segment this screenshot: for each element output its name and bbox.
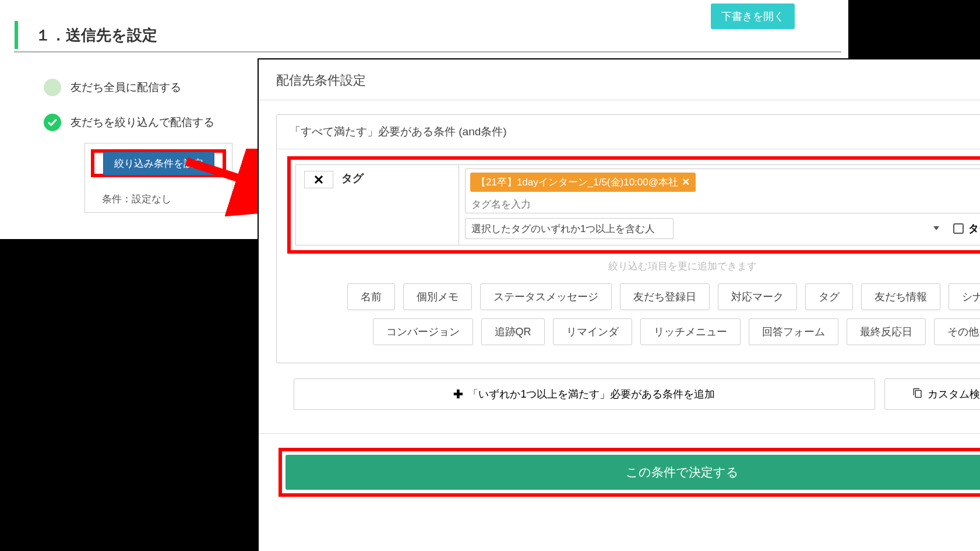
filter-item-9[interactable]: 追跡QR (481, 318, 545, 345)
add-or-label: 「いずれか1つ以上を満たす」必要がある条件を追加 (468, 387, 715, 401)
highlight-box-confirm: この条件で決定する (279, 448, 980, 497)
tag-name-input[interactable] (470, 195, 980, 212)
filter-item-2[interactable]: ステータスメッセージ (480, 283, 612, 310)
radio-checked-icon (44, 114, 61, 131)
filter-item-11[interactable]: リッチメニュー (640, 318, 741, 345)
modal-footer: この条件で決定する (259, 433, 980, 514)
modal-body: 「すべて満たす」必要がある条件 (and条件) タグ (259, 100, 980, 416)
checkbox-icon (953, 223, 964, 234)
copy-from-custom-button[interactable]: カスタム検索からコピー (884, 378, 980, 410)
add-hint-text: 絞り込む項目を更に追加できます (287, 259, 980, 273)
tag-row-right: 【21卒】1dayインターン_1/5(金)10:00@本社 ✕ ▾ 選択したタグ… (459, 165, 980, 245)
filter-item-6[interactable]: 友だち情報 (861, 283, 940, 310)
tag-label: タグ (341, 171, 364, 186)
filter-item-7[interactable]: シナリオ (949, 283, 980, 310)
highlight-box-tag-row: タグ 【21卒】1dayインターン_1/5(金)10:00@本社 ✕ ▾ (287, 156, 980, 254)
copy-icon (912, 388, 923, 401)
set-filter-button[interactable]: 絞り込み条件を設定 (103, 152, 214, 176)
tag-row-left: タグ (296, 165, 459, 245)
filter-item-5[interactable]: タグ (805, 283, 853, 310)
and-condition-panel: 「すべて満たす」必要がある条件 (and条件) タグ (276, 114, 980, 363)
section-divider (14, 51, 841, 52)
copy-label: カスタム検索からコピー (928, 387, 980, 401)
section-header: １．送信先を設定 (15, 21, 830, 49)
filter-item-12[interactable]: 回答フォーム (749, 318, 838, 345)
condition-status: 条件：設定なし (102, 192, 171, 206)
radio-send-all-label: 友だち全員に配信する (70, 80, 181, 95)
filter-item-buttons: 名前個別メモステータスメッセージ友だち登録日対応マークタグ友だち情報シナリオコン… (287, 283, 980, 345)
tag-folder-checkbox[interactable]: タグフォルダで指定 (953, 222, 980, 236)
filter-item-8[interactable]: コンバージョン (373, 318, 473, 345)
radio-send-filtered[interactable]: 友だちを絞り込んで配信する (44, 114, 214, 131)
filter-item-10[interactable]: リマインダ (553, 318, 632, 345)
tag-rule-select[interactable]: 選択したタグのいずれか1つ以上を含む人 (465, 218, 674, 239)
filter-item-1[interactable]: 個別メモ (403, 283, 472, 310)
radio-unchecked-icon (44, 79, 61, 96)
filter-item-4[interactable]: 対応マーク (718, 283, 797, 310)
confirm-button[interactable]: この条件で決定する (285, 455, 980, 490)
add-or-condition-button[interactable]: ✚ 「いずれか1つ以上を満たす」必要がある条件を追加 (294, 378, 875, 410)
filter-item-0[interactable]: 名前 (347, 283, 395, 310)
tag-condition-row: タグ 【21卒】1dayインターン_1/5(金)10:00@本社 ✕ ▾ (295, 164, 980, 245)
filter-modal: 配信先条件設定 × 「すべて満たす」必要がある条件 (and条件) タグ (258, 58, 980, 551)
highlight-box-left: 絞り込み条件を設定 (91, 149, 226, 177)
selected-tag-pill[interactable]: 【21卒】1dayインターン_1/5(金)10:00@本社 ✕ (470, 173, 696, 192)
remove-tag-icon[interactable]: ✕ (682, 176, 690, 188)
radio-send-filtered-label: 友だちを絞り込んで配信する (70, 115, 214, 130)
remove-condition-button[interactable] (304, 171, 333, 188)
tag-folder-label: タグフォルダで指定 (968, 222, 980, 236)
filter-item-3[interactable]: 友だち登録日 (620, 283, 710, 310)
modal-header: 配信先条件設定 × (259, 59, 980, 100)
filter-item-14[interactable]: その他 (934, 318, 981, 345)
selected-tag-text: 【21卒】1dayインターン_1/5(金)10:00@本社 (476, 176, 678, 189)
tag-select-box[interactable]: 【21卒】1dayインターン_1/5(金)10:00@本社 ✕ ▾ (465, 169, 980, 213)
plus-icon: ✚ (453, 387, 463, 401)
modal-title: 配信先条件設定 (276, 72, 366, 89)
filter-item-13[interactable]: 最終反応日 (847, 318, 926, 345)
radio-send-all[interactable]: 友だち全員に配信する (44, 79, 181, 96)
and-condition-header: 「すべて満たす」必要がある条件 (and条件) (277, 115, 980, 149)
